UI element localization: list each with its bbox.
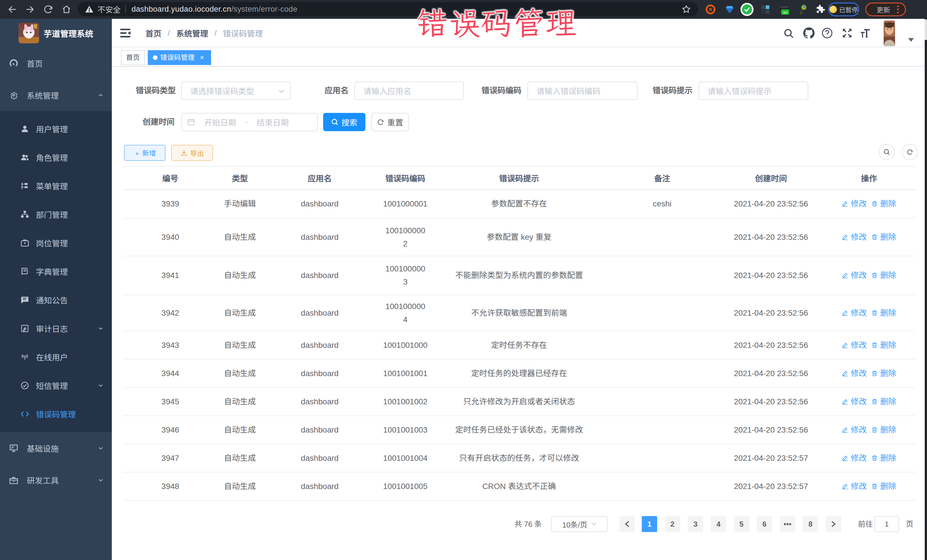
svg-text:on: on bbox=[783, 10, 787, 15]
